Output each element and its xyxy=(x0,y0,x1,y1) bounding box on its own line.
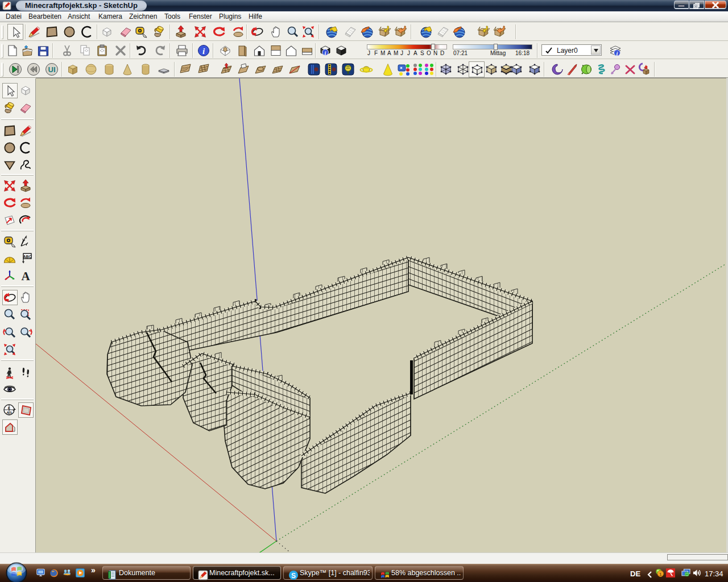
svg-text:S: S xyxy=(291,572,296,580)
svg-text:UI: UI xyxy=(48,65,56,74)
svg-text:A-5: A-5 xyxy=(6,411,12,414)
svg-text:ABC: ABC xyxy=(23,255,31,259)
svg-text:i: i xyxy=(617,51,618,57)
svg-text:i: i xyxy=(325,50,326,56)
svg-text:A: A xyxy=(21,269,30,282)
svg-text:C: C xyxy=(8,406,11,410)
svg-text:1: 1 xyxy=(659,572,662,577)
